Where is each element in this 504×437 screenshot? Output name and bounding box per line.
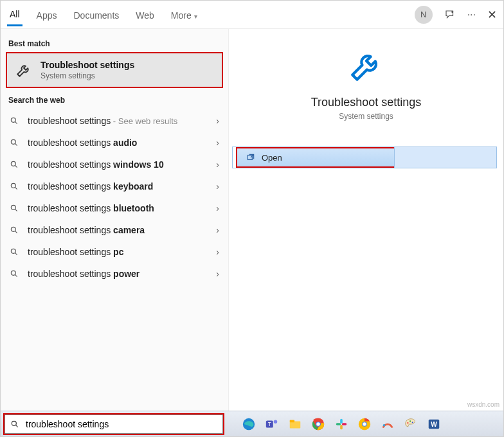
svg-text:T: T xyxy=(268,421,271,427)
search-box[interactable] xyxy=(4,415,223,434)
svg-line-19 xyxy=(15,425,17,427)
web-result-text: troubleshoot settings pc xyxy=(28,247,208,257)
svg-line-16 xyxy=(15,274,17,276)
action-strip-extra[interactable] xyxy=(394,147,496,168)
tab-all[interactable]: All xyxy=(7,3,22,26)
web-result-text: troubleshoot settings - See web results xyxy=(28,116,208,126)
open-button[interactable]: Open xyxy=(236,147,394,168)
taskbar-app-chrome[interactable] xyxy=(309,415,327,433)
web-result-text: troubleshoot settings camera xyxy=(28,225,208,235)
svg-text:W: W xyxy=(431,420,437,427)
svg-rect-33 xyxy=(342,423,346,425)
watermark: wsxdn.com xyxy=(467,401,500,408)
chevron-right-icon[interactable]: › xyxy=(216,159,219,170)
search-input[interactable] xyxy=(24,418,217,430)
svg-point-38 xyxy=(407,422,408,424)
tab-web[interactable]: Web xyxy=(133,4,157,26)
more-options-icon[interactable]: ··· xyxy=(467,9,476,21)
svg-point-15 xyxy=(11,271,15,275)
svg-rect-32 xyxy=(340,424,343,429)
svg-point-13 xyxy=(11,249,15,253)
feedback-icon[interactable] xyxy=(444,9,456,21)
web-result-text: troubleshoot settings bluetooth xyxy=(28,203,208,213)
chevron-right-icon[interactable]: › xyxy=(216,269,219,279)
svg-line-2 xyxy=(15,121,17,123)
web-result-text: troubleshoot settings keyboard xyxy=(28,181,208,192)
chevron-right-icon[interactable]: › xyxy=(216,203,219,213)
chevron-right-icon[interactable]: › xyxy=(216,138,219,148)
search-icon xyxy=(10,247,20,256)
taskbar: T W xyxy=(1,411,503,436)
svg-line-12 xyxy=(15,231,17,233)
section-search-web: Search the web xyxy=(1,91,228,109)
close-icon[interactable]: ✕ xyxy=(487,8,497,22)
taskbar-app-explorer[interactable] xyxy=(286,415,304,433)
svg-line-8 xyxy=(15,187,17,189)
web-result-item[interactable]: troubleshoot settings bluetooth› xyxy=(1,197,228,219)
search-icon xyxy=(10,138,20,147)
svg-point-18 xyxy=(12,421,16,425)
open-icon xyxy=(246,153,255,162)
tab-documents[interactable]: Documents xyxy=(71,4,122,26)
best-match-subtitle: System settings xyxy=(40,71,134,80)
search-icon xyxy=(10,269,20,278)
detail-subtitle: System settings xyxy=(229,112,503,121)
chevron-right-icon[interactable]: › xyxy=(216,181,219,192)
svg-point-29 xyxy=(316,422,320,426)
svg-line-4 xyxy=(15,143,17,145)
web-result-item[interactable]: troubleshoot settings - See web results› xyxy=(1,110,228,132)
search-icon xyxy=(10,204,20,213)
tab-more[interactable]: More▾ xyxy=(168,4,200,26)
best-match-item[interactable]: Troubleshoot settings System settings xyxy=(6,52,223,88)
web-result-item[interactable]: troubleshoot settings power› xyxy=(1,263,228,285)
svg-point-7 xyxy=(11,183,15,188)
search-icon xyxy=(10,420,19,429)
detail-title: Troubleshoot settings xyxy=(229,96,503,109)
tab-apps[interactable]: Apps xyxy=(34,4,60,26)
web-result-item[interactable]: troubleshoot settings camera› xyxy=(1,219,228,241)
svg-line-10 xyxy=(15,209,17,211)
svg-point-40 xyxy=(412,422,413,423)
web-result-item[interactable]: troubleshoot settings pc› xyxy=(1,241,228,263)
section-best-match: Best match xyxy=(1,34,228,52)
wrench-icon xyxy=(15,61,33,79)
taskbar-app-paint[interactable] xyxy=(402,415,420,433)
svg-point-1 xyxy=(11,118,15,122)
chevron-right-icon[interactable]: › xyxy=(216,116,219,126)
user-avatar[interactable]: N xyxy=(415,6,433,24)
svg-rect-25 xyxy=(290,420,294,422)
svg-rect-30 xyxy=(340,418,343,423)
action-strip: Open xyxy=(232,147,497,168)
taskbar-app-slack[interactable] xyxy=(332,415,350,433)
svg-line-6 xyxy=(15,165,17,167)
results-pane: Best match Troubleshoot settings System … xyxy=(1,29,229,411)
web-result-text: troubleshoot settings power xyxy=(28,269,208,279)
web-result-item[interactable]: troubleshoot settings windows 10› xyxy=(1,154,228,175)
open-label: Open xyxy=(262,153,282,163)
search-icon xyxy=(10,160,20,169)
search-icon xyxy=(10,226,20,235)
web-result-item[interactable]: troubleshoot settings keyboard› xyxy=(1,175,228,197)
taskbar-app-misc[interactable] xyxy=(379,415,397,433)
taskbar-app-teams[interactable]: T xyxy=(263,415,281,433)
svg-point-36 xyxy=(363,422,366,426)
svg-point-0 xyxy=(451,11,453,13)
svg-line-14 xyxy=(15,253,17,254)
taskbar-app-edge[interactable] xyxy=(240,415,258,433)
svg-rect-17 xyxy=(248,156,252,160)
svg-point-9 xyxy=(11,205,15,210)
chevron-right-icon[interactable]: › xyxy=(216,247,219,257)
chevron-down-icon: ▾ xyxy=(194,13,197,20)
taskbar-app-word[interactable]: W xyxy=(425,415,443,433)
search-icon xyxy=(10,182,20,191)
svg-point-3 xyxy=(11,139,15,144)
taskbar-app-chrome-2[interactable] xyxy=(356,415,374,433)
best-match-title: Troubleshoot settings xyxy=(40,60,134,70)
search-icon xyxy=(10,116,20,125)
svg-rect-31 xyxy=(336,423,341,425)
web-result-text: troubleshoot settings windows 10 xyxy=(28,159,208,170)
chevron-right-icon[interactable]: › xyxy=(216,225,219,235)
detail-pane: Troubleshoot settings System settings Op… xyxy=(229,29,503,411)
svg-point-5 xyxy=(11,161,15,166)
web-result-item[interactable]: troubleshoot settings audio› xyxy=(1,132,228,154)
